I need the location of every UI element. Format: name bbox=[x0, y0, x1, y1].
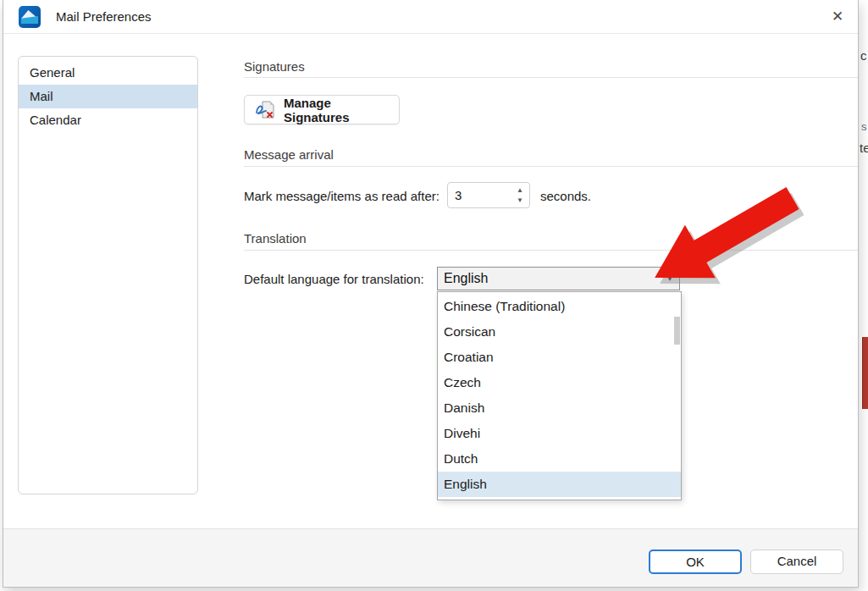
chevron-down-icon: ▼ bbox=[666, 275, 673, 283]
language-dropdown-list: Chinese (Traditional) Corsican Croatian … bbox=[437, 291, 682, 500]
sidebar-item-calendar[interactable]: Calendar bbox=[19, 108, 197, 132]
titlebar: Mail Preferences ✕ bbox=[3, 0, 858, 34]
stepper-down-icon[interactable]: ▼ bbox=[511, 196, 529, 206]
language-option-corsican[interactable]: Corsican bbox=[438, 319, 681, 345]
category-listbox: General Mail Calendar bbox=[18, 56, 198, 494]
signatures-section-title: Signatures bbox=[244, 59, 305, 74]
sidebar-item-general[interactable]: General bbox=[19, 61, 197, 85]
background-text-fragment: te bbox=[860, 141, 868, 155]
language-option-divehi[interactable]: Divehi bbox=[438, 421, 681, 446]
background-text-fragment: s bbox=[861, 120, 867, 133]
background-red-bar bbox=[862, 337, 868, 409]
signature-icon bbox=[255, 101, 275, 119]
mail-app-icon bbox=[19, 6, 41, 28]
window-title: Mail Preferences bbox=[56, 0, 152, 34]
dialog-footer: OK Cancel bbox=[3, 528, 858, 587]
seconds-suffix-label: seconds. bbox=[540, 189, 591, 203]
close-icon[interactable]: ✕ bbox=[827, 7, 848, 27]
mark-read-label: Mark message/items as read after: bbox=[244, 189, 440, 203]
language-combobox[interactable]: English ▼ bbox=[437, 267, 680, 290]
language-option-czech[interactable]: Czech bbox=[438, 370, 681, 395]
manage-signatures-label: Manage Signatures bbox=[284, 96, 389, 124]
section-divider bbox=[244, 250, 858, 251]
sidebar-item-mail[interactable]: Mail bbox=[19, 85, 197, 108]
language-option-english[interactable]: English bbox=[438, 472, 681, 497]
language-option-croatian[interactable]: Croatian bbox=[438, 345, 681, 370]
ok-button[interactable]: OK bbox=[649, 550, 742, 574]
translation-section-title: Translation bbox=[244, 231, 307, 246]
background-text-fragment: c bbox=[860, 48, 867, 63]
language-option-dutch[interactable]: Dutch bbox=[438, 446, 681, 472]
language-option-chinese-traditional[interactable]: Chinese (Traditional) bbox=[438, 294, 681, 319]
message-arrival-section-title: Message arrival bbox=[244, 147, 334, 162]
manage-signatures-button[interactable]: Manage Signatures bbox=[244, 95, 400, 124]
mail-preferences-dialog: Mail Preferences ✕ General Mail Calendar… bbox=[3, 0, 859, 588]
section-divider bbox=[244, 77, 858, 78]
combobox-selected-value: English bbox=[444, 271, 488, 286]
seconds-input[interactable] bbox=[448, 183, 511, 207]
seconds-stepper: ▲ ▼ bbox=[447, 182, 530, 208]
cancel-button[interactable]: Cancel bbox=[750, 550, 843, 574]
stepper-up-icon[interactable]: ▲ bbox=[511, 185, 529, 196]
language-option-danish[interactable]: Danish bbox=[438, 395, 681, 421]
dropdown-scrollbar-thumb[interactable] bbox=[674, 317, 680, 345]
default-language-label: Default language for translation: bbox=[244, 272, 424, 286]
section-divider bbox=[244, 166, 858, 167]
stepper-arrows: ▲ ▼ bbox=[511, 183, 529, 207]
